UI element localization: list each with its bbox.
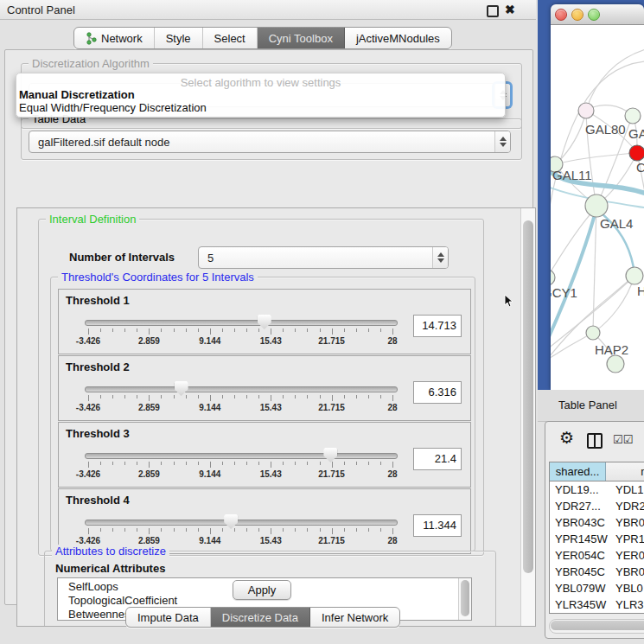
threshold-value-field[interactable]: 6.316 [413,381,462,404]
table-row[interactable]: YBR043CYBR0 [550,514,644,531]
threshold-label: Threshold 2 [66,360,130,373]
network-window-titlebar[interactable] [551,4,644,25]
tab-impute-data[interactable]: Impute Data [126,608,211,627]
tab-cyni-toolbox[interactable]: Cyni Toolbox [258,28,345,48]
tab-label: Style [166,32,191,45]
tab-style[interactable]: Style [155,28,203,48]
close-icon[interactable]: ✖ [505,3,515,16]
table-row[interactable]: YDR27...YDR2 [550,498,644,514]
arrow-up-icon [500,137,507,141]
network-node[interactable] [626,267,643,284]
threshold-slider-track[interactable] [85,453,398,459]
dropdown-item-equal-width-frequency[interactable]: Equal Width/Frequency Discretization [19,101,207,114]
table-body: YDL19...YDL1YDR27...YDR2YBR043CYBR0YPR14… [550,481,644,614]
list-scrollbar-thumb[interactable] [461,580,469,616]
table-row[interactable]: YPR145WYPR1 [550,531,644,547]
table-row[interactable]: YER054CYER0 [550,547,644,564]
tab-select[interactable]: Select [203,28,258,48]
threshold-value-field[interactable]: 14.713 [413,315,462,337]
table-toolbar: ⚙ ☑☑ [545,422,644,458]
threshold-value-field[interactable]: 21.4 [413,448,462,470]
dropdown-prompt-item[interactable]: Select algorithm to view settings [16,76,505,89]
column-header-shared-name[interactable]: shared... [550,462,606,481]
node-attribute-table: shared... na YDL19...YDL1YDR27...YDR2YBR… [549,462,644,614]
network-node[interactable] [625,108,641,124]
group-title: Discretization Algorithm [29,57,153,70]
columns-icon[interactable] [587,433,603,449]
screen: { "control_panel": { "title": "Control P… [0,0,644,644]
node-label: GA [628,126,644,141]
table-panel-title: Table Panel [558,399,617,411]
network-node[interactable] [586,326,600,340]
tab-label: Select [214,32,245,45]
interval-definition-group: Interval Definition Number of Intervals … [38,219,484,556]
table-row[interactable]: YBR045CYBR0 [550,564,644,580]
tab-jactivemnodules[interactable]: jActiveMNodules [345,28,451,48]
combobox-stepper[interactable] [494,131,510,152]
gear-icon[interactable]: ⚙ [559,430,574,447]
threshold-slider-track[interactable] [85,320,398,326]
apply-button[interactable]: Apply [233,580,291,600]
control-panel-tabs: Network Style Select Cyni Toolbox jActiv… [73,27,452,49]
control-panel-titlebar: Control Panel ✖ [0,0,536,20]
network-node[interactable] [578,103,594,118]
group-title: Attributes to discretize [52,545,169,558]
node-label: C [636,160,644,175]
tab-network[interactable]: Network [74,28,155,48]
column-header-name[interactable]: na [606,462,644,481]
threshold-value-field[interactable]: 11.344 [413,514,462,537]
table-horizontal-scrollbar[interactable] [549,619,644,634]
numerical-attributes-label: Numerical Attributes [55,562,165,575]
threshold-panel: Threshold 3-3.4262.8599.14415.4321.71528… [58,422,471,488]
threshold-coordinates-group: Threshold's Coordinates for 5 Intervals … [50,277,475,552]
select-checkboxes-icon[interactable]: ☑☑ [613,433,633,446]
network-graph[interactable]: GAL80GACGAL11GAL4HGCY1HAP2 [551,25,644,390]
group-title: Threshold's Coordinates for 5 Intervals [58,271,258,284]
table-row[interactable]: YBL079WYBL0 [550,580,644,596]
settings-scrollbar-thumb[interactable] [523,220,533,573]
threshold-panel: Threshold 2-3.4262.8599.14415.4321.71528… [58,355,471,421]
threshold-slider-thumb[interactable] [323,448,337,462]
algorithm-dropdown-popup: Select algorithm to view settings Manual… [16,73,506,118]
table-data-combobox-value: galFiltered.sif default node [29,136,494,149]
network-node[interactable] [585,194,608,217]
table-data-group: Table Data galFiltered.sif default node [21,118,522,160]
network-node[interactable] [629,145,644,161]
number-of-intervals-combobox[interactable]: 5 [198,246,449,269]
combobox-stepper[interactable] [432,247,448,268]
tab-label: Infer Network [322,611,388,624]
tab-infer-network[interactable]: Infer Network [310,608,399,627]
threshold-slider-track[interactable] [85,386,398,392]
network-canvas[interactable]: GAL80GACGAL11GAL4HGCY1HAP2 [551,25,644,390]
number-of-intervals-value: 5 [199,252,432,265]
network-nodes[interactable] [551,103,644,373]
tab-discretize-data[interactable]: Discretize Data [211,608,310,627]
close-traffic-light[interactable] [555,9,567,21]
panel-title: Control Panel [7,3,75,16]
table-row[interactable]: YLR345WYLR3 [550,596,644,613]
slider-tick-labels: -3.4262.8599.14415.4321.71528 [88,469,392,480]
float-window-icon[interactable] [487,5,499,17]
network-icon [86,32,97,45]
threshold-slider-thumb[interactable] [175,381,188,396]
list-scrollbar[interactable] [458,578,471,620]
zoom-traffic-light[interactable] [588,9,600,21]
dropdown-item-manual-discretization[interactable]: Manual Discretization [19,88,135,101]
table-horizontal-scrollbar-thumb[interactable] [551,621,644,630]
network-node[interactable] [607,355,624,373]
table-row[interactable]: YDL19...YDL1 [550,481,644,498]
threshold-label: Threshold 1 [66,294,130,307]
node-label: HAP2 [595,342,628,357]
network-node[interactable] [551,270,555,285]
threshold-slider-thumb[interactable] [224,514,238,529]
table-panel: ⚙ ☑☑ shared... na YDL19...YDL1YDR27...YD… [545,421,644,639]
minimize-traffic-light[interactable] [571,9,583,21]
table-row[interactable]: YIL052CYIL0 [550,613,644,614]
number-of-intervals-label: Number of Intervals [69,251,175,264]
settings-scrollbar[interactable] [520,208,535,626]
table-data-combobox[interactable]: galFiltered.sif default node [29,131,511,153]
threshold-slider-track[interactable] [85,520,398,526]
tab-label: Network [101,32,143,45]
tab-label: Cyni Toolbox [269,32,333,45]
threshold-slider-thumb[interactable] [258,315,271,329]
